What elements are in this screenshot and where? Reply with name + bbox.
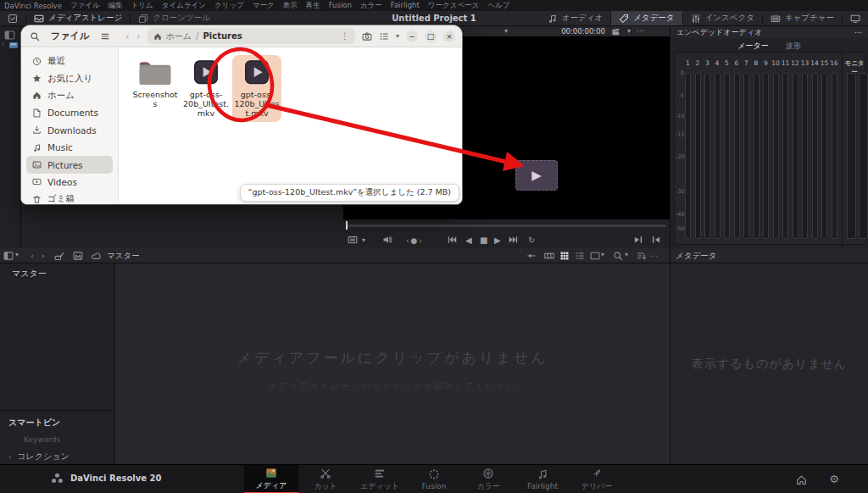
jog-control[interactable]: ‹●› — [406, 235, 424, 246]
menu-item[interactable]: ヘルプ — [487, 1, 509, 11]
menu-item[interactable]: クリップ — [214, 1, 244, 11]
thumbnail-view-icon[interactable] — [559, 251, 570, 261]
loop-button[interactable]: ↻ — [528, 235, 535, 246]
collections-expander[interactable]: › — [8, 453, 11, 461]
out-point-button[interactable] — [651, 235, 661, 245]
sidebar-item-Videos[interactable]: Videos — [26, 174, 113, 191]
viewer-mode-dropdown[interactable]: ▾ — [627, 27, 631, 35]
path-options-icon[interactable]: ⋮ — [341, 31, 349, 41]
pool-panel-dropdown[interactable]: ▾ — [15, 251, 19, 258]
viewer-playhead[interactable] — [346, 221, 348, 230]
stop-button[interactable]: ■ — [480, 235, 487, 246]
sidebar-item-ゴミ箱[interactable]: ゴミ箱 — [26, 191, 113, 204]
first-frame-button[interactable] — [447, 235, 457, 245]
settings-gear-icon[interactable]: ⚙ — [829, 473, 839, 485]
media-storage-tab[interactable]: メディアストレージ — [26, 11, 130, 25]
menu-item[interactable]: 再生 — [306, 1, 320, 11]
viewer-scrubber[interactable] — [347, 224, 666, 227]
viewmode-dropdown[interactable]: ▾ — [362, 235, 365, 246]
display-toggle[interactable] — [843, 11, 868, 25]
sidebar-item-Music[interactable]: Music — [26, 139, 113, 156]
cloud-icon[interactable] — [92, 251, 102, 261]
audio-options-icon[interactable]: ⋯ — [854, 28, 862, 36]
tree-expander[interactable]: › — [2, 41, 4, 48]
list-view-icon[interactable] — [575, 251, 585, 261]
menu-item[interactable]: タイムライン — [162, 1, 206, 11]
clapper-icon[interactable] — [611, 27, 620, 36]
stills-icon[interactable] — [73, 251, 83, 261]
smart-bin-keywords[interactable]: Keywords — [0, 429, 114, 444]
sidebar-item-Downloads[interactable]: Downloads — [26, 122, 113, 139]
new-tab-icon[interactable] — [362, 31, 372, 42]
sidebar-item-Documents[interactable]: Documents — [26, 104, 113, 121]
breadcrumb-current[interactable]: Pictures — [203, 31, 242, 41]
breadcrumb-home[interactable]: ホーム — [166, 30, 192, 42]
breadcrumb[interactable]: ホーム / Pictures ⋮ — [147, 28, 355, 44]
menu-item[interactable]: 表示 — [283, 1, 298, 11]
file-item[interactable]: gpt-oss-120b_UItest.mkv — [232, 55, 281, 122]
hamburger-menu-icon[interactable] — [100, 31, 110, 42]
menu-item[interactable]: Fusion — [329, 1, 352, 11]
page-tab-media[interactable]: メディア — [244, 465, 298, 493]
smart-bin-collections[interactable]: ›コレクション — [0, 444, 114, 463]
viewer-viewmode-icon[interactable] — [348, 235, 358, 245]
capture-toggle[interactable]: キャプチャー — [763, 11, 842, 25]
menu-item[interactable]: ファイル — [70, 1, 100, 11]
view-toggle-icon[interactable] — [379, 31, 389, 42]
in-point-button[interactable] — [633, 235, 643, 245]
pool-breadcrumb[interactable]: マスター — [107, 251, 140, 262]
search-dropdown[interactable]: ▾ — [625, 251, 628, 258]
sidebar-item-ホーム[interactable]: ホーム — [26, 87, 113, 104]
project-home-icon[interactable] — [796, 474, 807, 485]
filmstrip-view-icon[interactable] — [544, 251, 554, 261]
sidebar-item-Pictures[interactable]: Pictures — [26, 156, 113, 173]
thumbnail-size-slider[interactable] — [526, 251, 537, 261]
play-reverse-button[interactable]: ◀ — [465, 235, 472, 246]
menu-item[interactable]: ワークスペース — [428, 1, 480, 11]
window-maximize-button[interactable]: □ — [425, 30, 437, 42]
pool-back-button[interactable]: ‹ — [31, 251, 34, 260]
bin-master[interactable]: マスター — [0, 263, 114, 280]
viewer-source-dropdown[interactable]: ▾ — [504, 27, 508, 35]
inspector-toggle[interactable]: インスペクタ — [683, 11, 762, 25]
menu-item[interactable]: トリム — [131, 1, 153, 11]
viewer-options-icon[interactable]: ⋯ — [637, 26, 644, 35]
window-close-button[interactable]: × — [443, 30, 455, 42]
pool-forward-button[interactable]: › — [42, 251, 45, 260]
menu-item[interactable]: カラー — [360, 1, 382, 11]
view-dropdown[interactable]: ▾ — [396, 32, 399, 40]
file-item[interactable]: Screenshots — [131, 55, 180, 112]
sidebar-item-お気に入り[interactable]: お気に入り — [26, 69, 113, 86]
page-tab-fusion[interactable]: Fusion — [407, 465, 461, 493]
last-frame-button[interactable] — [509, 235, 519, 245]
usage-filter-icon[interactable] — [54, 251, 64, 261]
pool-panel-toggle-icon[interactable] — [3, 251, 14, 261]
search-icon[interactable] — [30, 31, 40, 42]
drive-icon[interactable] — [8, 40, 19, 50]
audio-panel-toggle[interactable]: オーディオ — [540, 11, 610, 25]
sidebar-item-最近[interactable]: 最近 — [26, 53, 113, 69]
sort-icon[interactable] — [637, 251, 647, 261]
nav-forward-button[interactable]: › — [136, 30, 141, 42]
metadata-panel-toggle[interactable]: メタデータ — [611, 11, 682, 25]
page-tab-cut[interactable]: カット — [298, 465, 353, 493]
page-tab-color[interactable]: カラー — [461, 465, 515, 493]
page-tab-fairlight[interactable]: Fairlight — [515, 465, 570, 493]
bin-display-icon[interactable] — [590, 251, 600, 261]
panel-checkbox[interactable] — [0, 11, 25, 25]
clone-tool-tab[interactable]: クローンツール — [131, 11, 218, 25]
nav-back-button[interactable]: ‹ — [125, 30, 130, 42]
file-item[interactable]: gpt-oss-20b_UItest.mkv — [181, 55, 231, 122]
bin-display-dropdown[interactable]: ▾ — [601, 251, 604, 258]
media-pool-empty-area[interactable]: メディアプールにクリップがありません メディアストレージからクリップを追加してく… — [114, 263, 670, 464]
page-tab-edit[interactable]: エディット — [353, 465, 407, 493]
search-icon[interactable] — [613, 251, 623, 261]
pool-options-icon[interactable]: ⋯ — [650, 251, 659, 260]
menu-item[interactable]: 編集 — [108, 1, 123, 11]
menu-item[interactable]: マーク — [253, 1, 275, 11]
menu-item[interactable]: Fairlight — [391, 1, 420, 11]
window-minimize-button[interactable]: − — [406, 30, 418, 42]
page-tab-deliver[interactable]: デリバー — [570, 465, 624, 493]
play-button[interactable]: ▶ — [494, 235, 501, 246]
volume-icon[interactable] — [382, 235, 392, 245]
